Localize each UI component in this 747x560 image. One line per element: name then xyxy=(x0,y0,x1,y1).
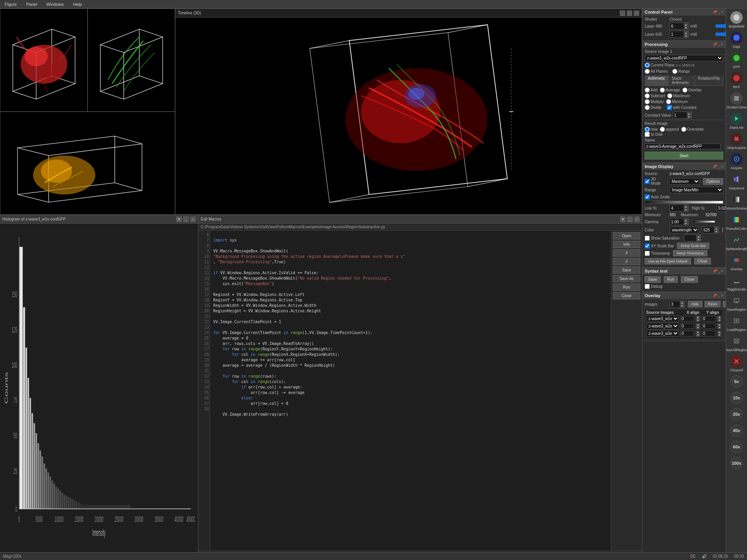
histogram-dropdown[interactable]: ▼ xyxy=(176,217,182,222)
macro-dropdown[interactable]: ▼ xyxy=(620,217,626,222)
syntax-debug-check[interactable] xyxy=(645,284,650,289)
3d-method-select[interactable]: Maximum xyxy=(669,178,700,185)
overlay-pin-icon[interactable]: 📌 xyxy=(713,294,717,298)
overlay-y-input-0[interactable] xyxy=(702,316,715,322)
overlay-y-input-2[interactable] xyxy=(702,331,715,336)
setup-scale-bar-button[interactable]: Setup Scale Bar xyxy=(677,243,709,249)
all-planes-radio[interactable] xyxy=(645,69,650,74)
save-button[interactable]: Save xyxy=(613,266,640,274)
overlay-images-input[interactable] xyxy=(670,302,680,307)
divide-radio[interactable] xyxy=(645,105,650,110)
tab-stack-arithmetic[interactable]: Stack Arithmetic xyxy=(668,75,694,86)
syntax-save-button[interactable]: Save xyxy=(645,276,661,283)
icon-brightfield[interactable]: Brightfield xyxy=(727,10,746,30)
current-plane-radio[interactable] xyxy=(645,63,650,68)
close-macro-button[interactable]: Close xyxy=(613,292,640,299)
main-panel-close[interactable]: × xyxy=(634,10,639,16)
gamma-input[interactable] xyxy=(670,219,684,224)
run-button[interactable]: Run xyxy=(613,284,640,291)
macro-editor-area[interactable]: 6789101112131415161718192021222324252627… xyxy=(198,231,611,551)
icon-closeall[interactable]: CloseAll xyxy=(727,354,746,373)
img-disp-close-button[interactable]: Close xyxy=(694,258,711,264)
overlay-x2-up[interactable]: ▲ xyxy=(696,331,700,334)
icon-acquire[interactable]: Acquire xyxy=(727,152,746,171)
overlay-minimize-icon[interactable]: _ xyxy=(718,294,720,298)
tab-rotation-flip[interactable]: Rotation/Flip xyxy=(695,75,723,86)
add-radio[interactable] xyxy=(645,88,650,93)
open-button[interactable]: Open xyxy=(613,232,640,240)
img-disp-close-icon[interactable]: × xyxy=(721,164,723,168)
show-sat-check[interactable] xyxy=(645,236,650,241)
gamma-spinner[interactable]: ▲ ▼ xyxy=(670,218,689,225)
yellow-channel-panel[interactable] xyxy=(0,112,175,215)
macro-minimize[interactable]: _ xyxy=(627,217,633,222)
overlay-x2-down[interactable]: ▼ xyxy=(696,334,700,337)
image-display-title-bar[interactable]: Image Display 📌 _ × xyxy=(642,163,726,170)
new-radio[interactable] xyxy=(645,127,650,132)
menu-panel[interactable]: Panel xyxy=(25,1,39,7)
red-channel-panel[interactable] xyxy=(0,9,88,112)
processing-title-bar[interactable]: Processing 📌 _ × xyxy=(642,41,726,48)
gamma-up[interactable]: ▲ xyxy=(684,219,688,222)
overlay-images-up[interactable]: ▲ xyxy=(680,301,684,304)
overlay-x0-down[interactable]: ▼ xyxy=(696,319,700,322)
control-panel-title-bar[interactable]: Control Panel 📌 _ × xyxy=(642,9,726,16)
laser488-slider[interactable] xyxy=(715,23,726,29)
scale-slider-bar[interactable] xyxy=(645,201,723,204)
low-down[interactable]: ▼ xyxy=(684,208,688,211)
overlay-y2-down[interactable]: ▼ xyxy=(717,334,722,337)
laser488-spinner[interactable]: ▲ ▼ xyxy=(670,23,689,30)
icon-togglescale[interactable]: ToggleScale xyxy=(727,273,746,292)
minimum-radio[interactable] xyxy=(666,99,671,104)
main-panel-minimize[interactable]: _ xyxy=(620,10,625,16)
laser488-input[interactable] xyxy=(670,24,684,29)
constant-down[interactable]: ▼ xyxy=(687,115,691,118)
img-disp-pin-icon[interactable]: 📌 xyxy=(713,164,717,168)
sat-spinner[interactable]: ▲ ▼ xyxy=(684,234,701,242)
laser640-slider[interactable] xyxy=(715,31,726,37)
auto-scale-check[interactable] xyxy=(645,194,650,200)
syntax-title-bar[interactable]: Syntax test 📌 _ × xyxy=(642,268,726,275)
constant-spinner[interactable]: ▲ ▼ xyxy=(673,112,692,119)
macro-close-btn[interactable]: × xyxy=(634,217,640,222)
icon-5x[interactable]: 5x xyxy=(727,374,746,390)
menu-figure[interactable]: Figure xyxy=(3,1,18,7)
overwrite-radio[interactable] xyxy=(681,127,686,132)
use-as-default-button[interactable]: Use as File Open Default xyxy=(645,258,691,264)
options-button[interactable]: Options xyxy=(703,178,723,185)
menu-help[interactable]: Help xyxy=(72,1,84,7)
color-select[interactable]: wavelength xyxy=(670,227,699,233)
overlay-image-select-0[interactable]: z-wave3_w1x-confGFP xyxy=(646,315,679,322)
icon-overlay[interactable]: Overlay xyxy=(727,253,746,272)
average-radio[interactable] xyxy=(660,88,665,93)
icon-100x[interactable]: 100x xyxy=(727,456,746,471)
code-content[interactable]: import sys VV.Macro.MessageBox.ShowAndWa… xyxy=(210,231,611,551)
icon-60x[interactable]: 60x xyxy=(727,439,746,455)
overlay-x-input-2[interactable] xyxy=(680,331,694,336)
overlay-image-select-2[interactable]: z-wave3_w3x-confCy5 xyxy=(646,330,679,337)
icon-startlive[interactable]: StartLive xyxy=(727,111,746,131)
icon-dapi[interactable]: Dapi xyxy=(727,30,746,50)
source-select[interactable]: z-wave3_w2x-confRFP xyxy=(645,55,723,61)
laser488-down[interactable]: ▼ xyxy=(684,26,688,29)
icon-bywavelength[interactable]: ByWavelength xyxy=(727,233,746,252)
range-radio[interactable] xyxy=(672,69,677,74)
overlay-images-down[interactable]: ▼ xyxy=(680,304,684,307)
histogram-close[interactable]: × xyxy=(190,217,196,222)
proc-close-icon[interactable]: × xyxy=(721,42,723,46)
main-panel-maximize[interactable]: □ xyxy=(627,10,632,16)
icon-monochrome[interactable]: Monochrome xyxy=(727,192,746,212)
syntax-run-button[interactable]: Run xyxy=(664,276,678,283)
green-channel-panel[interactable] xyxy=(88,9,175,112)
icon-pseudocolor[interactable]: PseudoColor xyxy=(727,212,746,232)
icon-20x[interactable]: 20x xyxy=(727,407,746,422)
color-num-input[interactable] xyxy=(702,228,714,233)
cp-pin-icon[interactable]: 📌 xyxy=(713,10,717,14)
high-input[interactable] xyxy=(717,206,726,211)
icon-gfp[interactable]: GFP xyxy=(727,51,746,70)
tab-arithmetic[interactable]: Arithmetic xyxy=(645,75,668,86)
hash-button[interactable]: # xyxy=(613,249,640,257)
overlay-images-spinner[interactable]: ▲ ▼ xyxy=(670,301,685,308)
comment-button[interactable]: // xyxy=(613,258,640,265)
syntax-close-icon[interactable]: × xyxy=(721,269,723,273)
